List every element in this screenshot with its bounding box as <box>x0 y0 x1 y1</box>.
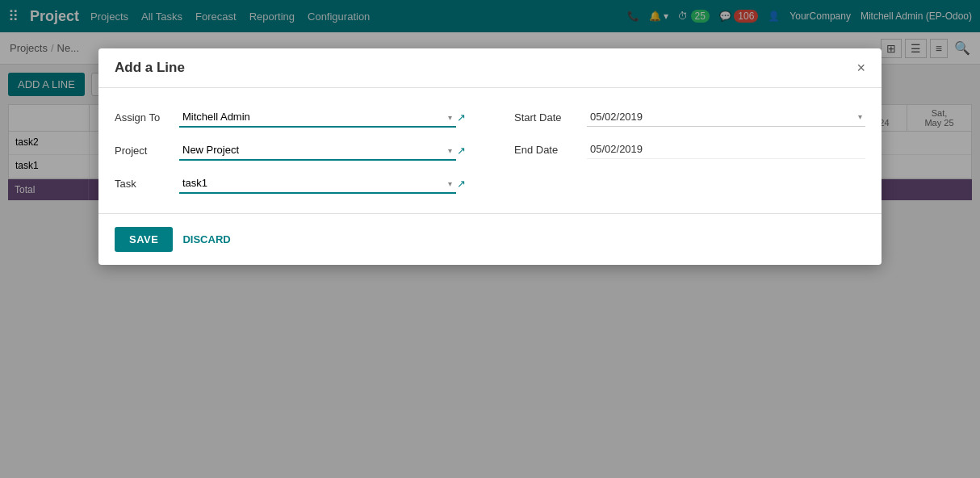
task-dropdown-icon: ▾ <box>448 179 452 188</box>
form-left-section: Assign To Mitchell Admin ▾ ↗ Project N <box>115 107 466 194</box>
modal-overlay: Add a Line × Assign To Mitchell Admin ▾ … <box>0 0 980 478</box>
task-row: Task ▾ ↗ <box>115 174 466 194</box>
task-external-link-icon[interactable]: ↗ <box>457 178 466 190</box>
modal-header: Add a Line × <box>98 48 882 88</box>
modal-footer: SAVE DISCARD <box>98 213 882 265</box>
assign-to-row: Assign To Mitchell Admin ▾ ↗ <box>115 107 466 128</box>
modal-title: Add a Line <box>115 60 185 76</box>
assign-to-external-link-icon[interactable]: ↗ <box>457 111 466 124</box>
project-label: Project <box>115 145 171 157</box>
start-date-wrapper[interactable]: 05/02/2019 ▾ <box>587 107 865 127</box>
task-label: Task <box>115 178 171 190</box>
project-wrapper: New Project ▾ ↗ <box>179 140 466 161</box>
discard-button[interactable]: DISCARD <box>182 233 230 245</box>
project-external-link-icon[interactable]: ↗ <box>457 145 466 157</box>
assign-to-wrapper: Mitchell Admin ▾ ↗ <box>179 107 466 128</box>
project-select[interactable]: New Project <box>179 140 456 161</box>
task-input[interactable] <box>179 174 456 194</box>
modal-body: Assign To Mitchell Admin ▾ ↗ Project N <box>98 88 882 213</box>
assign-to-select[interactable]: Mitchell Admin <box>179 107 456 128</box>
end-date-value: 05/02/2019 <box>590 143 643 155</box>
start-date-dropdown-icon: ▾ <box>858 112 862 121</box>
form-right-section: Start Date 05/02/2019 ▾ End Date 05/02/2… <box>514 107 865 194</box>
modal-close-button[interactable]: × <box>856 61 865 75</box>
modal-dialog: Add a Line × Assign To Mitchell Admin ▾ … <box>98 48 882 265</box>
end-date-label: End Date <box>514 144 579 156</box>
assign-to-label: Assign To <box>115 111 171 124</box>
start-date-value: 05/02/2019 <box>590 111 643 123</box>
assign-to-dropdown-icon: ▾ <box>448 113 452 122</box>
start-date-row: Start Date 05/02/2019 ▾ <box>514 107 865 127</box>
save-button[interactable]: SAVE <box>115 227 173 252</box>
end-date-row: End Date 05/02/2019 <box>514 140 865 159</box>
project-dropdown-icon: ▾ <box>448 146 452 155</box>
project-row: Project New Project ▾ ↗ <box>115 140 466 161</box>
task-wrapper: ▾ ↗ <box>179 174 466 194</box>
end-date-wrapper[interactable]: 05/02/2019 <box>587 140 865 159</box>
start-date-label: Start Date <box>514 111 579 124</box>
